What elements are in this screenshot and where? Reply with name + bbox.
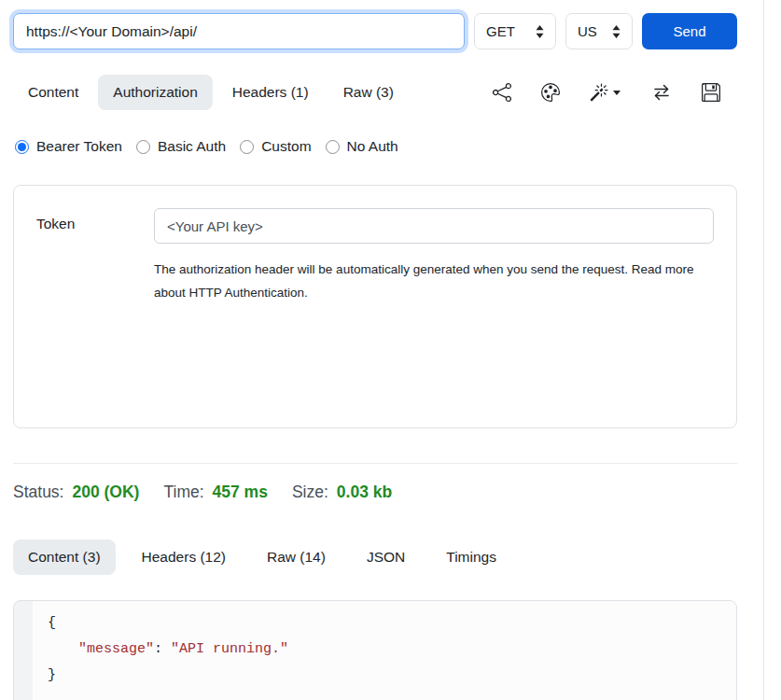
response-body-card: { "message": "API running." } [13,600,737,700]
select-arrows-icon [612,25,621,38]
size-value: 0.03 kb [337,483,392,502]
time-label: Time: [163,483,203,502]
tab-authorization[interactable]: Authorization [98,75,212,110]
api-client-page: GET US Send Content Authorization Header… [13,0,737,700]
token-label: Token [36,208,154,405]
time-group: Time: 457 ms [163,483,267,502]
auth-option-bearer-token[interactable]: Bearer Token [15,138,122,155]
response-tab-content[interactable]: Content (3) [13,539,116,575]
auth-option-custom[interactable]: Custom [240,138,311,155]
method-select[interactable]: GET [474,13,556,49]
code-line: { [48,610,721,637]
radio-no-auth [326,140,340,154]
caret-down-icon [612,88,621,97]
radio-bearer-token [15,140,29,154]
region-select-value: US [578,23,597,39]
code-line: } [48,663,721,689]
response-json-code: { "message": "API running." } [33,601,736,700]
token-column: The authorization header will be automat… [154,208,714,405]
status-value: 200 (OK) [72,483,139,502]
page-right-border [763,0,764,700]
swap-arrows-icon[interactable] [651,83,672,102]
save-icon[interactable] [702,83,720,102]
auth-option-label: Bearer Token [36,138,122,155]
json-key: "message" [78,641,154,657]
auth-panel: Token The authorization header will be a… [13,185,737,428]
tab-raw[interactable]: Raw (3) [328,75,409,110]
request-bar: GET US Send [13,13,737,49]
url-input[interactable] [13,13,465,49]
auth-option-no-auth[interactable]: No Auth [326,138,398,155]
json-string-value: "API running." [171,641,288,657]
magic-wand-icon [590,83,608,102]
select-arrows-icon [536,25,544,38]
tab-content[interactable]: Content [13,75,93,110]
send-button[interactable]: Send [642,13,737,49]
code-line: "message": "API running." [48,637,721,663]
magic-wand-dropdown-button[interactable] [590,83,621,102]
auth-type-options: Bearer Token Basic Auth Custom No Auth [13,138,737,155]
response-tab-headers[interactable]: Headers (12) [127,539,241,575]
request-tabs: Content Authorization Headers (1) Raw (3… [13,75,409,110]
radio-basic-auth [136,140,150,154]
palette-icon[interactable] [541,83,560,102]
radio-custom [240,140,254,154]
response-summary: Status: 200 (OK) Time: 457 ms Size: 0.03… [13,483,737,502]
response-divider [13,463,737,464]
auth-help-text: The authorization header will be automat… [154,258,714,304]
token-input[interactable] [154,208,714,244]
size-group: Size: 0.03 kb [292,483,392,502]
status-group: Status: 200 (OK) [13,483,139,502]
region-select[interactable]: US [565,13,633,49]
share-icon[interactable] [493,83,511,102]
response-tab-timings[interactable]: Timings [431,539,511,575]
time-value: 457 ms [213,483,268,502]
method-select-value: GET [486,23,515,39]
response-tab-raw[interactable]: Raw (14) [252,539,341,575]
size-label: Size: [292,483,328,502]
request-toolbar [493,83,737,102]
json-separator: : [154,641,171,657]
auth-option-label: Basic Auth [158,138,226,155]
auth-option-basic-auth[interactable]: Basic Auth [136,138,226,155]
response-tab-json[interactable]: JSON [352,539,420,575]
status-label: Status: [13,483,63,502]
auth-option-label: Custom [261,138,311,155]
auth-option-label: No Auth [347,138,398,155]
request-tabs-row: Content Authorization Headers (1) Raw (3… [13,75,737,110]
tab-headers[interactable]: Headers (1) [217,75,324,110]
response-tabs: Content (3) Headers (12) Raw (14) JSON T… [13,539,737,575]
